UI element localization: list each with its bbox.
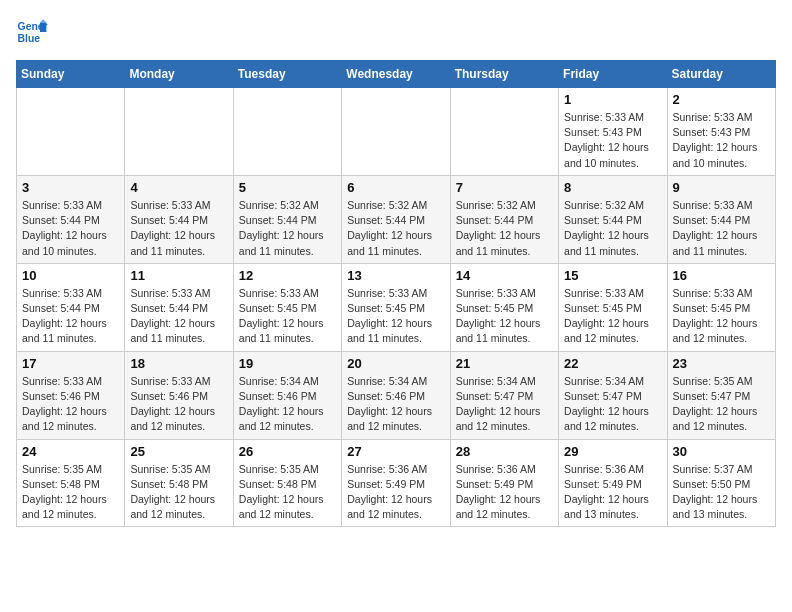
- calendar-cell: 4Sunrise: 5:33 AM Sunset: 5:44 PM Daylig…: [125, 175, 233, 263]
- day-number: 23: [673, 356, 770, 371]
- day-detail: Sunrise: 5:33 AM Sunset: 5:44 PM Dayligh…: [130, 198, 227, 259]
- day-number: 18: [130, 356, 227, 371]
- calendar-cell: 18Sunrise: 5:33 AM Sunset: 5:46 PM Dayli…: [125, 351, 233, 439]
- day-number: 12: [239, 268, 336, 283]
- calendar-cell: 8Sunrise: 5:32 AM Sunset: 5:44 PM Daylig…: [559, 175, 667, 263]
- day-number: 15: [564, 268, 661, 283]
- day-number: 7: [456, 180, 553, 195]
- calendar-cell: 14Sunrise: 5:33 AM Sunset: 5:45 PM Dayli…: [450, 263, 558, 351]
- day-detail: Sunrise: 5:33 AM Sunset: 5:44 PM Dayligh…: [22, 198, 119, 259]
- day-number: 13: [347, 268, 444, 283]
- calendar-cell: [17, 88, 125, 176]
- day-detail: Sunrise: 5:33 AM Sunset: 5:45 PM Dayligh…: [456, 286, 553, 347]
- calendar-cell: 26Sunrise: 5:35 AM Sunset: 5:48 PM Dayli…: [233, 439, 341, 527]
- day-number: 2: [673, 92, 770, 107]
- day-detail: Sunrise: 5:33 AM Sunset: 5:45 PM Dayligh…: [564, 286, 661, 347]
- calendar-cell: 24Sunrise: 5:35 AM Sunset: 5:48 PM Dayli…: [17, 439, 125, 527]
- day-number: 8: [564, 180, 661, 195]
- calendar-cell: 23Sunrise: 5:35 AM Sunset: 5:47 PM Dayli…: [667, 351, 775, 439]
- day-number: 3: [22, 180, 119, 195]
- col-header-monday: Monday: [125, 61, 233, 88]
- calendar-cell: 21Sunrise: 5:34 AM Sunset: 5:47 PM Dayli…: [450, 351, 558, 439]
- calendar-cell: 12Sunrise: 5:33 AM Sunset: 5:45 PM Dayli…: [233, 263, 341, 351]
- calendar-cell: 9Sunrise: 5:33 AM Sunset: 5:44 PM Daylig…: [667, 175, 775, 263]
- week-row-3: 10Sunrise: 5:33 AM Sunset: 5:44 PM Dayli…: [17, 263, 776, 351]
- day-number: 9: [673, 180, 770, 195]
- calendar-cell: 13Sunrise: 5:33 AM Sunset: 5:45 PM Dayli…: [342, 263, 450, 351]
- week-row-1: 1Sunrise: 5:33 AM Sunset: 5:43 PM Daylig…: [17, 88, 776, 176]
- day-detail: Sunrise: 5:37 AM Sunset: 5:50 PM Dayligh…: [673, 462, 770, 523]
- calendar-cell: 7Sunrise: 5:32 AM Sunset: 5:44 PM Daylig…: [450, 175, 558, 263]
- day-number: 16: [673, 268, 770, 283]
- day-detail: Sunrise: 5:34 AM Sunset: 5:46 PM Dayligh…: [239, 374, 336, 435]
- svg-text:Blue: Blue: [18, 33, 41, 44]
- calendar-cell: 30Sunrise: 5:37 AM Sunset: 5:50 PM Dayli…: [667, 439, 775, 527]
- day-detail: Sunrise: 5:36 AM Sunset: 5:49 PM Dayligh…: [347, 462, 444, 523]
- day-number: 5: [239, 180, 336, 195]
- day-detail: Sunrise: 5:33 AM Sunset: 5:43 PM Dayligh…: [673, 110, 770, 171]
- calendar-cell: 19Sunrise: 5:34 AM Sunset: 5:46 PM Dayli…: [233, 351, 341, 439]
- day-number: 10: [22, 268, 119, 283]
- day-detail: Sunrise: 5:33 AM Sunset: 5:44 PM Dayligh…: [673, 198, 770, 259]
- calendar-cell: [450, 88, 558, 176]
- calendar-cell: [233, 88, 341, 176]
- day-detail: Sunrise: 5:33 AM Sunset: 5:46 PM Dayligh…: [130, 374, 227, 435]
- calendar-header-row: SundayMondayTuesdayWednesdayThursdayFrid…: [17, 61, 776, 88]
- calendar-cell: 25Sunrise: 5:35 AM Sunset: 5:48 PM Dayli…: [125, 439, 233, 527]
- calendar-table: SundayMondayTuesdayWednesdayThursdayFrid…: [16, 60, 776, 527]
- logo-icon: General Blue: [16, 16, 48, 48]
- calendar-cell: 15Sunrise: 5:33 AM Sunset: 5:45 PM Dayli…: [559, 263, 667, 351]
- day-number: 14: [456, 268, 553, 283]
- day-detail: Sunrise: 5:33 AM Sunset: 5:45 PM Dayligh…: [347, 286, 444, 347]
- day-number: 22: [564, 356, 661, 371]
- day-detail: Sunrise: 5:34 AM Sunset: 5:47 PM Dayligh…: [456, 374, 553, 435]
- day-detail: Sunrise: 5:33 AM Sunset: 5:44 PM Dayligh…: [22, 286, 119, 347]
- week-row-5: 24Sunrise: 5:35 AM Sunset: 5:48 PM Dayli…: [17, 439, 776, 527]
- calendar-cell: 16Sunrise: 5:33 AM Sunset: 5:45 PM Dayli…: [667, 263, 775, 351]
- svg-marker-2: [40, 22, 46, 32]
- calendar-cell: 20Sunrise: 5:34 AM Sunset: 5:46 PM Dayli…: [342, 351, 450, 439]
- day-number: 27: [347, 444, 444, 459]
- day-detail: Sunrise: 5:36 AM Sunset: 5:49 PM Dayligh…: [564, 462, 661, 523]
- col-header-tuesday: Tuesday: [233, 61, 341, 88]
- day-detail: Sunrise: 5:32 AM Sunset: 5:44 PM Dayligh…: [564, 198, 661, 259]
- calendar-cell: 10Sunrise: 5:33 AM Sunset: 5:44 PM Dayli…: [17, 263, 125, 351]
- calendar-cell: [342, 88, 450, 176]
- day-number: 26: [239, 444, 336, 459]
- day-detail: Sunrise: 5:34 AM Sunset: 5:47 PM Dayligh…: [564, 374, 661, 435]
- calendar-cell: 3Sunrise: 5:33 AM Sunset: 5:44 PM Daylig…: [17, 175, 125, 263]
- day-detail: Sunrise: 5:35 AM Sunset: 5:47 PM Dayligh…: [673, 374, 770, 435]
- calendar-cell: 1Sunrise: 5:33 AM Sunset: 5:43 PM Daylig…: [559, 88, 667, 176]
- calendar-cell: 11Sunrise: 5:33 AM Sunset: 5:44 PM Dayli…: [125, 263, 233, 351]
- day-detail: Sunrise: 5:35 AM Sunset: 5:48 PM Dayligh…: [22, 462, 119, 523]
- week-row-2: 3Sunrise: 5:33 AM Sunset: 5:44 PM Daylig…: [17, 175, 776, 263]
- col-header-friday: Friday: [559, 61, 667, 88]
- day-number: 25: [130, 444, 227, 459]
- day-detail: Sunrise: 5:34 AM Sunset: 5:46 PM Dayligh…: [347, 374, 444, 435]
- day-detail: Sunrise: 5:35 AM Sunset: 5:48 PM Dayligh…: [130, 462, 227, 523]
- day-detail: Sunrise: 5:32 AM Sunset: 5:44 PM Dayligh…: [239, 198, 336, 259]
- calendar-cell: 29Sunrise: 5:36 AM Sunset: 5:49 PM Dayli…: [559, 439, 667, 527]
- day-number: 4: [130, 180, 227, 195]
- calendar-cell: 5Sunrise: 5:32 AM Sunset: 5:44 PM Daylig…: [233, 175, 341, 263]
- day-detail: Sunrise: 5:33 AM Sunset: 5:43 PM Dayligh…: [564, 110, 661, 171]
- day-detail: Sunrise: 5:32 AM Sunset: 5:44 PM Dayligh…: [347, 198, 444, 259]
- day-detail: Sunrise: 5:33 AM Sunset: 5:44 PM Dayligh…: [130, 286, 227, 347]
- col-header-saturday: Saturday: [667, 61, 775, 88]
- day-number: 1: [564, 92, 661, 107]
- calendar-cell: 6Sunrise: 5:32 AM Sunset: 5:44 PM Daylig…: [342, 175, 450, 263]
- day-number: 6: [347, 180, 444, 195]
- day-detail: Sunrise: 5:32 AM Sunset: 5:44 PM Dayligh…: [456, 198, 553, 259]
- day-number: 30: [673, 444, 770, 459]
- calendar-cell: 28Sunrise: 5:36 AM Sunset: 5:49 PM Dayli…: [450, 439, 558, 527]
- day-detail: Sunrise: 5:33 AM Sunset: 5:46 PM Dayligh…: [22, 374, 119, 435]
- day-number: 29: [564, 444, 661, 459]
- day-number: 24: [22, 444, 119, 459]
- day-detail: Sunrise: 5:33 AM Sunset: 5:45 PM Dayligh…: [239, 286, 336, 347]
- logo: General Blue: [16, 16, 48, 48]
- day-number: 19: [239, 356, 336, 371]
- week-row-4: 17Sunrise: 5:33 AM Sunset: 5:46 PM Dayli…: [17, 351, 776, 439]
- page-header: General Blue: [16, 16, 776, 48]
- day-detail: Sunrise: 5:35 AM Sunset: 5:48 PM Dayligh…: [239, 462, 336, 523]
- day-number: 20: [347, 356, 444, 371]
